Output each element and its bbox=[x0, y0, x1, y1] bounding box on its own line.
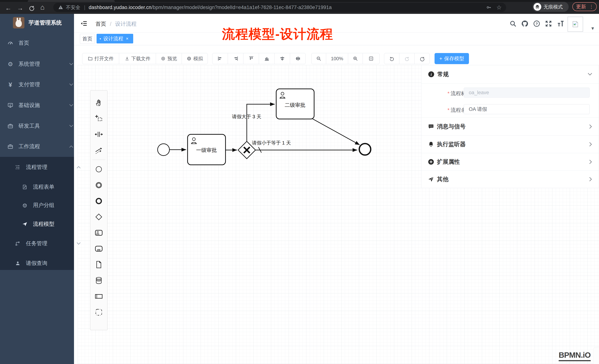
chevron-right-icon bbox=[589, 160, 592, 164]
create-subprocess[interactable] bbox=[90, 241, 107, 257]
align-left-button[interactable] bbox=[212, 53, 228, 64]
hand-icon bbox=[95, 98, 103, 107]
zoom-out-button[interactable] bbox=[311, 53, 326, 64]
app-header bbox=[74, 14, 599, 33]
create-start-event[interactable] bbox=[90, 161, 107, 177]
back-icon[interactable]: ← bbox=[5, 5, 11, 11]
align-bottom-button[interactable] bbox=[259, 53, 274, 64]
chevron-down-icon bbox=[77, 242, 81, 245]
scrollbar-corner bbox=[593, 347, 599, 364]
simulate-button[interactable]: 模拟 bbox=[182, 53, 208, 64]
align-center-vertical-button[interactable] bbox=[274, 53, 290, 64]
bpmn-io-watermark[interactable]: BPMN.iO bbox=[559, 351, 591, 361]
connection-tool[interactable] bbox=[90, 142, 107, 158]
download-file-button[interactable]: 下载文件 bbox=[119, 53, 156, 64]
insecure-warning-icon bbox=[58, 5, 63, 10]
insecure-label[interactable]: 不安全 bbox=[66, 4, 80, 11]
url-bar[interactable]: 不安全 | dashboard.yudao.iocoder.cn/bpm/man… bbox=[53, 3, 506, 12]
sidebar-collapse-icon[interactable] bbox=[80, 20, 87, 27]
create-data-store[interactable] bbox=[90, 272, 107, 288]
sidebar-item-user-group[interactable]: 用户分组 bbox=[0, 195, 95, 215]
process-name-input[interactable]: OA 请假 bbox=[464, 104, 590, 114]
process-key-input[interactable]: oa_leave bbox=[464, 88, 590, 98]
create-data-object[interactable] bbox=[90, 257, 107, 272]
sidebar-item-home[interactable]: 首页 bbox=[0, 33, 81, 53]
tab-design-process[interactable]: ● 设计流程 × bbox=[97, 34, 133, 43]
avatar[interactable] bbox=[568, 17, 583, 32]
panel-section-other[interactable]: 其他 bbox=[421, 170, 599, 188]
space-tool[interactable] bbox=[90, 126, 107, 142]
zoom-reset-button[interactable] bbox=[362, 53, 379, 64]
chevron-down-icon bbox=[588, 73, 592, 76]
app-title: 芋道管理系统 bbox=[28, 19, 62, 27]
avatar-caret-icon[interactable]: ▼ bbox=[590, 26, 595, 31]
sidebar-item-label: 系统管理 bbox=[18, 60, 40, 68]
bookmark-star-icon[interactable]: ☆ bbox=[496, 4, 502, 11]
sidebar-item-task-mgmt[interactable]: 任务管理 bbox=[0, 233, 88, 254]
sidebar-item-infrastructure[interactable]: 基础设施 bbox=[0, 95, 81, 116]
sidebar-item-leave-query[interactable]: 请假查询 bbox=[0, 253, 88, 273]
person-icon bbox=[14, 261, 21, 266]
breadcrumb-separator: / bbox=[110, 21, 111, 27]
github-icon[interactable] bbox=[521, 20, 529, 27]
help-icon[interactable]: ? bbox=[533, 20, 540, 27]
section-label: 扩展属性 bbox=[437, 158, 460, 166]
section-label: 执行监听器 bbox=[437, 140, 466, 148]
lasso-icon bbox=[95, 114, 103, 123]
lasso-tool[interactable] bbox=[90, 110, 107, 126]
page-tabstrip bbox=[74, 33, 599, 45]
create-participant[interactable] bbox=[90, 288, 107, 304]
sidebar-item-devtools[interactable]: 研发工具 bbox=[0, 116, 81, 136]
sidebar-item-label: 基础设施 bbox=[18, 102, 40, 109]
fullscreen-icon[interactable] bbox=[545, 20, 552, 27]
chrome-menu-dots-icon[interactable]: ⋮ bbox=[589, 4, 594, 10]
browser-active-tab[interactable] bbox=[28, 0, 115, 2]
hand-tool[interactable] bbox=[90, 95, 107, 110]
refresh-button[interactable] bbox=[414, 53, 430, 64]
sidebar-item-label: 用户分组 bbox=[33, 202, 54, 209]
tab-home[interactable]: 首页 bbox=[80, 34, 95, 44]
required-asterisk: * bbox=[448, 91, 449, 96]
sidebar-item-process-form[interactable]: 流程表单 bbox=[0, 177, 95, 197]
tab-close-icon[interactable]: × bbox=[126, 36, 128, 41]
save-model-button[interactable]: + 保存模型 bbox=[435, 53, 469, 64]
flow-nodes-icon bbox=[14, 241, 21, 246]
zoom-level[interactable]: 100% bbox=[326, 53, 348, 64]
create-group[interactable] bbox=[90, 304, 107, 320]
align-top-button[interactable] bbox=[243, 53, 259, 64]
panel-section-message-signal[interactable]: 消息与信号 bbox=[421, 118, 599, 135]
forward-icon[interactable]: → bbox=[17, 5, 23, 11]
chrome-update-button[interactable]: 更新 ⋮ bbox=[572, 2, 597, 11]
subprocess-icon bbox=[94, 245, 103, 253]
section-label: 消息与信号 bbox=[437, 123, 466, 130]
update-label[interactable]: 更新 bbox=[576, 3, 586, 10]
sidebar-item-workflow[interactable]: 工作流程 bbox=[0, 136, 81, 157]
breadcrumb-home[interactable]: 首页 bbox=[96, 20, 106, 28]
sidebar-item-process-mgmt[interactable]: 流程管理 bbox=[0, 157, 88, 177]
reload-icon[interactable] bbox=[28, 5, 35, 11]
open-file-button[interactable]: 打开文件 bbox=[82, 53, 119, 64]
panel-section-general[interactable]: i 常规 bbox=[421, 65, 599, 83]
sidebar-logo-row[interactable]: 芋道管理系统 bbox=[0, 14, 74, 32]
sidebar-item-label: 任务管理 bbox=[26, 240, 47, 247]
password-key-icon[interactable] bbox=[486, 5, 492, 10]
sidebar-item-process-model[interactable]: 流程模型 bbox=[0, 214, 95, 234]
panel-section-extension-attrs[interactable]: 扩展属性 bbox=[421, 153, 599, 170]
sidebar-item-system[interactable]: ⚙ 系统管理 bbox=[0, 54, 81, 74]
required-asterisk: * bbox=[448, 107, 449, 113]
redo-button[interactable] bbox=[399, 53, 414, 64]
zoom-in-button[interactable] bbox=[348, 53, 363, 64]
sidebar-item-payment[interactable]: ¥ 支付管理 bbox=[0, 75, 81, 95]
align-center-horizontal-button[interactable] bbox=[290, 53, 306, 64]
search-icon[interactable] bbox=[509, 20, 517, 27]
preview-button[interactable]: 预览 bbox=[156, 53, 182, 64]
home-icon[interactable]: ⌂ bbox=[40, 4, 44, 10]
undo-button[interactable] bbox=[384, 53, 399, 64]
url-domain[interactable]: dashboard.yudao.iocoder.cn bbox=[89, 5, 151, 10]
font-size-icon[interactable] bbox=[556, 20, 564, 28]
chevron-right-icon bbox=[589, 177, 592, 181]
panel-section-execution-listener[interactable]: 执行监听器 bbox=[421, 135, 599, 153]
chevron-right-icon bbox=[589, 142, 592, 146]
document-edit-icon bbox=[21, 184, 28, 190]
align-right-button[interactable] bbox=[228, 53, 243, 64]
